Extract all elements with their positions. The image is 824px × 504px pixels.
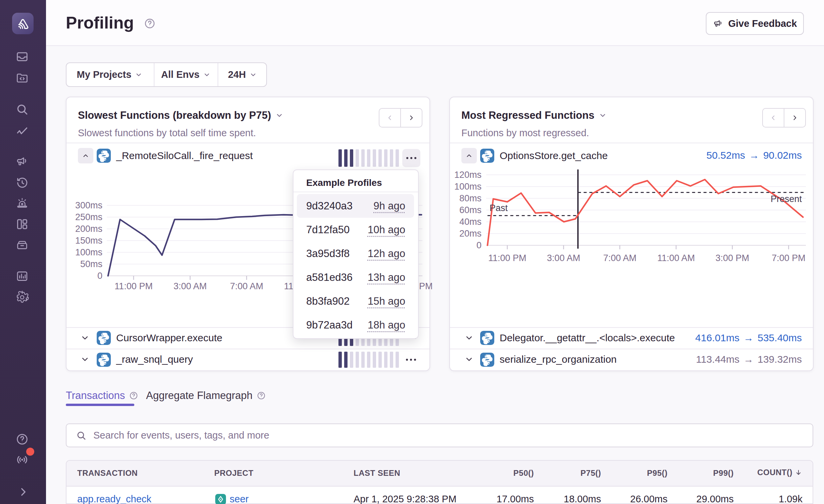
help-icon[interactable]	[129, 391, 138, 400]
sparkline-bar	[378, 352, 382, 368]
x-axis-tick-label: 11:00 PM	[115, 281, 153, 292]
collapse-function-button[interactable]	[461, 148, 477, 163]
sidebar-item-stats[interactable]	[14, 268, 30, 284]
profile-candidates-sparkline	[338, 149, 399, 167]
sentry-logo-button[interactable]	[12, 13, 34, 34]
sparkline-bar	[390, 352, 393, 368]
sparkline-bar	[338, 352, 342, 368]
column-header-last-seen[interactable]: LAST SEEN	[354, 468, 400, 478]
y-axis-tick-label: 80ms	[459, 193, 482, 203]
sidebar-item-performance[interactable]	[14, 123, 30, 139]
profile-timestamp-link[interactable]: 13h ago	[368, 271, 405, 284]
previous-page-button[interactable]	[379, 109, 401, 127]
seer-project-icon	[215, 494, 226, 504]
profile-item[interactable]: 8b3fa90215h ago	[297, 289, 414, 313]
python-icon	[97, 331, 111, 345]
sidebar-item-projects[interactable]	[14, 70, 30, 86]
sparkline-bar	[356, 352, 359, 368]
sidebar-help-button[interactable]	[14, 432, 30, 447]
chevron-left-icon	[386, 114, 394, 122]
project-filter-label: My Projects	[77, 69, 132, 80]
tab-transactions[interactable]: Transactions	[66, 389, 138, 403]
give-feedback-button[interactable]: Give Feedback	[706, 12, 804, 35]
next-page-button[interactable]	[784, 109, 805, 127]
transaction-link[interactable]: app.ready_check	[77, 493, 151, 504]
profile-timestamp-link[interactable]: 9h ago	[373, 200, 405, 212]
divider	[450, 143, 813, 143]
x-axis-tick-label: 7:00 AM	[230, 281, 263, 292]
broadcast-icon	[15, 453, 29, 466]
profile-timestamp-link[interactable]: 12h ago	[368, 248, 405, 260]
profile-timestamp-link[interactable]: 18h ago	[368, 319, 405, 331]
divider	[293, 192, 418, 192]
most-regressed-title-dropdown[interactable]: Most Regressed Functions	[461, 108, 607, 123]
column-header-p95[interactable]: P95()	[617, 468, 668, 478]
p75-value: 18.00ms	[551, 493, 601, 504]
expand-function-button[interactable]	[464, 354, 474, 364]
function-options-button[interactable]	[402, 149, 420, 167]
y-axis-tick-label: 120ms	[454, 170, 482, 180]
y-axis-tick-label: 100ms	[454, 182, 482, 192]
regression-values[interactable]: 50.52ms → 90.02ms	[638, 150, 802, 161]
project-link[interactable]: seer	[230, 493, 248, 504]
profile-timestamp-link[interactable]: 10h ago	[368, 224, 405, 236]
function-options-button[interactable]	[402, 351, 420, 368]
expand-function-button[interactable]	[80, 354, 90, 364]
python-icon	[480, 149, 494, 163]
sidebar-item-dashboards[interactable]	[14, 216, 30, 232]
help-icon[interactable]	[257, 391, 266, 400]
expand-function-button[interactable]	[464, 333, 474, 343]
profile-item[interactable]: 7d12fa5010h ago	[297, 218, 414, 242]
siren-icon	[15, 197, 29, 210]
regression-chart[interactable]	[486, 167, 806, 255]
sidebar-item-replays[interactable]	[14, 175, 30, 191]
chevron-left-icon	[769, 114, 777, 122]
column-header-transaction[interactable]: TRANSACTION	[77, 468, 138, 478]
date-range-dropdown[interactable]: 24H	[218, 63, 267, 86]
python-icon	[480, 353, 494, 367]
sidebar-item-explore[interactable]	[14, 102, 30, 117]
profile-item[interactable]: a581ed3613h ago	[297, 265, 414, 289]
profile-timestamp-link[interactable]: 15h ago	[368, 295, 405, 307]
y-axis-tick-label: 250ms	[75, 212, 102, 222]
chevron-down-icon	[249, 71, 257, 79]
sidebar-item-alerts[interactable]	[14, 196, 30, 211]
sidebar-item-settings[interactable]	[14, 290, 30, 305]
profile-item[interactable]: 9b72aa3d18h ago	[297, 313, 414, 337]
profile-item[interactable]: 3a95d3f812h ago	[297, 242, 414, 265]
regression-values[interactable]: 416.01ms → 535.40ms	[638, 332, 802, 344]
project-filter-dropdown[interactable]: My Projects	[66, 63, 154, 86]
page-title-help-icon[interactable]	[144, 17, 156, 30]
column-header-count[interactable]: COUNT()	[725, 468, 803, 477]
column-header-p50[interactable]: P50()	[484, 468, 534, 478]
y-axis-tick-label: 60ms	[459, 205, 482, 215]
expand-sidebar-button[interactable]	[14, 483, 30, 499]
sparkline-bar	[338, 149, 342, 167]
previous-page-button[interactable]	[763, 109, 784, 127]
search-input[interactable]	[93, 430, 813, 441]
x-axis-tick-label: 7:00 AM	[603, 253, 636, 263]
slowest-functions-pager	[379, 108, 422, 128]
sidebar-item-discover[interactable]	[14, 237, 30, 253]
x-axis-tick-label: 11:00 PM	[488, 253, 527, 263]
notification-dot	[26, 448, 34, 456]
sidebar-item-feedback[interactable]	[14, 154, 30, 169]
chevron-up-icon	[82, 152, 90, 160]
expand-function-button[interactable]	[80, 333, 90, 343]
tab-aggregate-flamegraph[interactable]: Aggregate Flamegraph	[146, 389, 266, 403]
sidebar-item-issues[interactable]	[14, 49, 30, 64]
column-header-project[interactable]: PROJECT	[214, 468, 254, 478]
chevron-down-icon	[464, 354, 474, 364]
profile-item[interactable]: 9d3240a39h ago	[297, 194, 414, 218]
inbox-icon	[15, 50, 29, 63]
help-icon	[15, 433, 29, 446]
collapse-function-button[interactable]	[78, 148, 93, 163]
chevron-right-icon	[407, 114, 415, 122]
divider	[450, 349, 813, 349]
environment-filter-dropdown[interactable]: All Envs	[154, 63, 218, 86]
next-page-button[interactable]	[401, 109, 422, 127]
slowest-functions-title-dropdown[interactable]: Slowest Functions (breakdown by P75)	[78, 108, 284, 123]
x-axis-tick-label: 3:00 AM	[174, 281, 207, 292]
column-header-p75[interactable]: P75()	[551, 468, 601, 478]
page-title: Profiling	[66, 12, 134, 34]
